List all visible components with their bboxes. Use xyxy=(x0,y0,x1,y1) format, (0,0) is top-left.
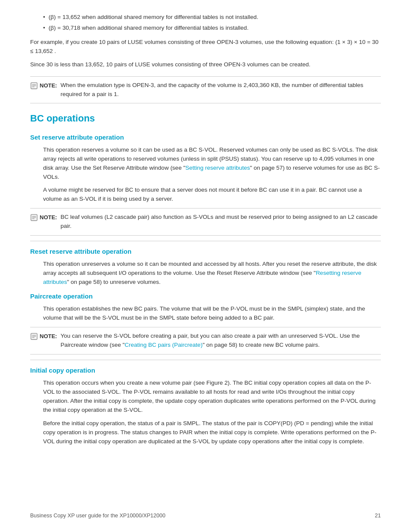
note-3-text-after: " on page 58) to create new BC volume pa… xyxy=(202,342,320,348)
divider-1 xyxy=(30,241,381,241)
bullet-item-1: (β) = 13,652 when additional shared memo… xyxy=(43,13,381,22)
set-reserve-link-1[interactable]: Setting reserve attributes xyxy=(185,165,250,171)
set-reserve-content: This operation reserves a volume so it c… xyxy=(43,146,381,204)
bullet-text-1: (β) = 13,652 when additional shared memo… xyxy=(49,13,258,22)
initial-copy-para-1: This operation occurs when you create a … xyxy=(43,379,381,415)
bullet-list: (β) = 13,652 when additional shared memo… xyxy=(43,13,381,33)
reset-reserve-content: This operation unreserves a volume so it… xyxy=(43,260,381,287)
initial-copy-content: This operation occurs when you create a … xyxy=(43,379,381,446)
note-1-icon: NOTE: xyxy=(30,81,57,90)
initial-copy-title: Initial copy operation xyxy=(30,365,381,375)
note-1-text: When the emulation type is OPEN-3, and t… xyxy=(60,81,381,99)
set-reserve-para-1: This operation reserves a volume so it c… xyxy=(43,146,381,182)
paircreate-title: Paircreate operation xyxy=(30,291,381,301)
footer-right: 21 xyxy=(375,512,381,520)
note-2-icon: NOTE: xyxy=(30,213,57,222)
note-3-icon-svg xyxy=(30,333,38,340)
note-2-label: NOTE: xyxy=(40,213,57,222)
reset-reserve-title: Reset reserve attribute operation xyxy=(30,246,381,256)
footer-left: Business Copy XP user guide for the XP10… xyxy=(30,512,165,520)
note-2: NOTE: BC leaf volumes (L2 cascade pair) … xyxy=(30,208,381,236)
reset-reserve-para-1b: " on page 58) to unreserve volumes. xyxy=(67,279,161,285)
intro-para-2: Since 30 is less than 13,652, 10 pairs o… xyxy=(30,60,381,69)
set-reserve-para-2: A volume might be reserved for BC to ens… xyxy=(43,186,381,204)
note-3-text: You can reserve the S-VOL before creatin… xyxy=(60,332,381,350)
bullet-text-2: (β) = 30,718 when additional shared memo… xyxy=(49,24,249,33)
note-3: NOTE: You can reserve the S-VOL before c… xyxy=(30,327,381,355)
note-2-text: BC leaf volumes (L2 cascade pair) also f… xyxy=(60,213,381,231)
paircreate-para-1: This operation establishes the new BC pa… xyxy=(43,305,381,323)
bc-operations-title: BC operations xyxy=(30,111,381,126)
intro-para-1: For example, if you create 10 pairs of L… xyxy=(30,38,381,56)
note-1-label: NOTE: xyxy=(40,81,57,90)
page-footer: Business Copy XP user guide for the XP10… xyxy=(30,512,381,520)
note-3-icon: NOTE: xyxy=(30,332,57,341)
initial-copy-para-2: Before the initial copy operation, the s… xyxy=(43,419,381,446)
bullet-item-2: (β) = 30,718 when additional shared memo… xyxy=(43,24,381,33)
note-3-link[interactable]: Creating BC pairs (Paircreate) xyxy=(125,342,202,348)
note-2-icon-svg xyxy=(30,214,38,221)
divider-2 xyxy=(30,360,381,360)
note-3-label: NOTE: xyxy=(40,332,57,341)
paircreate-content: This operation establishes the new BC pa… xyxy=(43,305,381,323)
note-1: NOTE: When the emulation type is OPEN-3,… xyxy=(30,76,381,104)
set-reserve-title: Set reserve attribute operation xyxy=(30,132,381,142)
note-icon-svg xyxy=(30,82,38,90)
reset-reserve-para-1: This operation unreserves a volume so it… xyxy=(43,260,381,287)
